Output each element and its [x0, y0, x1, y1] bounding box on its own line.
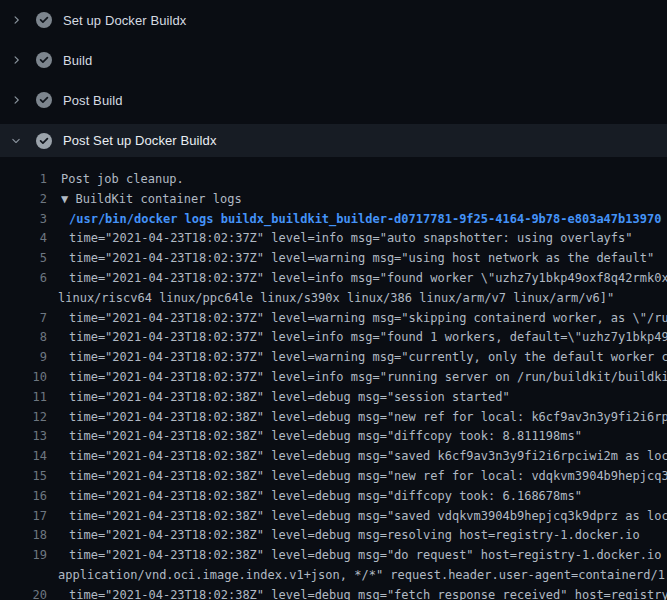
log-text: time="2021-04-23T18:02:37Z" level=info m… [69, 269, 667, 289]
log-text: Post job cleanup. [61, 170, 667, 190]
log-line: 6 time="2021-04-23T18:02:37Z" level=info… [0, 269, 667, 289]
log-line: 16 time="2021-04-23T18:02:38Z" level=deb… [0, 487, 667, 507]
step-header-post-set-up-docker-buildx[interactable]: Post Set up Docker Buildx [0, 120, 667, 160]
line-number[interactable]: 13 [0, 427, 47, 447]
check-circle-icon [36, 52, 52, 68]
check-circle-icon [36, 12, 52, 28]
step-title: Set up Docker Buildx [63, 13, 186, 28]
job-steps-list: Set up Docker Buildx Build Post Build [0, 0, 667, 160]
line-number[interactable]: 14 [0, 447, 47, 467]
log-text: time="2021-04-23T18:02:38Z" level=debug … [69, 586, 667, 600]
chevron-right-icon [10, 54, 22, 66]
check-circle-icon [36, 133, 52, 149]
step-title: Post Build [63, 93, 123, 108]
log-text: linux/riscv64 linux/ppc64le linux/s390x … [58, 289, 667, 309]
line-number[interactable]: 16 [0, 487, 47, 507]
log-text: /usr/bin/docker logs buildx_buildkit_bui… [69, 210, 667, 230]
step-title: Build [63, 53, 92, 68]
line-number[interactable]: 10 [0, 368, 47, 388]
line-number[interactable]: 1 [0, 170, 47, 190]
log-group-toggle: 2 ▼ BuildKit container logs [0, 190, 667, 210]
log-area: 1 Post job cleanup. 2 ▼ BuildKit contain… [0, 160, 667, 600]
line-number[interactable]: 9 [0, 348, 47, 368]
step-header-post-build[interactable]: Post Build [0, 80, 667, 120]
log-text: time="2021-04-23T18:02:38Z" level=debug … [69, 388, 667, 408]
log-text: ▼ BuildKit container logs [61, 190, 667, 210]
chevron-right-icon [10, 14, 22, 26]
line-number[interactable]: 7 [0, 309, 47, 329]
log-line: 11 time="2021-04-23T18:02:38Z" level=deb… [0, 388, 667, 408]
line-number[interactable]: 15 [0, 467, 47, 487]
workflow-log-viewer: Set up Docker Buildx Build Post Build [0, 0, 667, 600]
log-line: 13 time="2021-04-23T18:02:38Z" level=deb… [0, 427, 667, 447]
line-number[interactable]: 17 [0, 507, 47, 527]
log-line: 4 time="2021-04-23T18:02:37Z" level=info… [0, 229, 667, 249]
line-number[interactable]: 4 [0, 229, 47, 249]
chevron-down-icon [10, 135, 22, 147]
log-line: 5 time="2021-04-23T18:02:37Z" level=warn… [0, 249, 667, 269]
log-text: application/vnd.oci.image.index.v1+json,… [58, 566, 667, 586]
line-number[interactable]: 18 [0, 526, 47, 546]
log-text: time="2021-04-23T18:02:38Z" level=debug … [69, 507, 667, 527]
log-line: 10 time="2021-04-23T18:02:37Z" level=inf… [0, 368, 667, 388]
line-number[interactable] [0, 566, 47, 586]
log-line: 17 time="2021-04-23T18:02:38Z" level=deb… [0, 507, 667, 527]
log-text: time="2021-04-23T18:02:37Z" level=info m… [69, 328, 667, 348]
log-text: time="2021-04-23T18:02:38Z" level=debug … [69, 408, 667, 428]
log-line: 1 Post job cleanup. [0, 170, 667, 190]
line-number[interactable]: 6 [0, 269, 47, 289]
line-number[interactable] [0, 289, 47, 309]
log-text: time="2021-04-23T18:02:38Z" level=debug … [69, 427, 667, 447]
log-line: 18 time="2021-04-23T18:02:38Z" level=deb… [0, 526, 667, 546]
log-line: 15 time="2021-04-23T18:02:38Z" level=deb… [0, 467, 667, 487]
log-text: time="2021-04-23T18:02:37Z" level=info m… [69, 368, 667, 388]
step-header-set-up-docker-buildx[interactable]: Set up Docker Buildx [0, 0, 667, 40]
log-line: 7 time="2021-04-23T18:02:37Z" level=warn… [0, 309, 667, 329]
step-header-build[interactable]: Build [0, 40, 667, 80]
log-line: 12 time="2021-04-23T18:02:38Z" level=deb… [0, 408, 667, 428]
log-line: linux/riscv64 linux/ppc64le linux/s390x … [0, 289, 667, 309]
log-line: 19 time="2021-04-23T18:02:38Z" level=deb… [0, 546, 667, 566]
log-line: 20 time="2021-04-23T18:02:38Z" level=deb… [0, 586, 667, 600]
log-text: time="2021-04-23T18:02:38Z" level=debug … [69, 546, 667, 566]
log-text: time="2021-04-23T18:02:37Z" level=warnin… [69, 348, 667, 368]
log-text: time="2021-04-23T18:02:38Z" level=debug … [69, 526, 667, 546]
line-number[interactable]: 2 [0, 190, 47, 210]
line-number[interactable]: 12 [0, 408, 47, 428]
line-number[interactable]: 20 [0, 586, 47, 600]
log-line: 8 time="2021-04-23T18:02:37Z" level=info… [0, 328, 667, 348]
log-line: application/vnd.oci.image.index.v1+json,… [0, 566, 667, 586]
log-line: 3 /usr/bin/docker logs buildx_buildkit_b… [0, 210, 667, 230]
log-text: time="2021-04-23T18:02:37Z" level=warnin… [69, 249, 667, 269]
log-text: time="2021-04-23T18:02:37Z" level=info m… [69, 229, 667, 249]
log-text: time="2021-04-23T18:02:38Z" level=debug … [69, 467, 667, 487]
log-text: time="2021-04-23T18:02:37Z" level=warnin… [69, 309, 667, 329]
line-number[interactable]: 3 [0, 210, 47, 230]
line-number[interactable]: 19 [0, 546, 47, 566]
chevron-right-icon [10, 94, 22, 106]
line-number[interactable]: 8 [0, 328, 47, 348]
log-text: time="2021-04-23T18:02:38Z" level=debug … [69, 487, 667, 507]
line-number[interactable]: 11 [0, 388, 47, 408]
log-line: 9 time="2021-04-23T18:02:37Z" level=warn… [0, 348, 667, 368]
log-line: 14 time="2021-04-23T18:02:38Z" level=deb… [0, 447, 667, 467]
check-circle-icon [36, 92, 52, 108]
step-title: Post Set up Docker Buildx [63, 133, 217, 148]
log-text: time="2021-04-23T18:02:38Z" level=debug … [69, 447, 667, 467]
line-number[interactable]: 5 [0, 249, 47, 269]
